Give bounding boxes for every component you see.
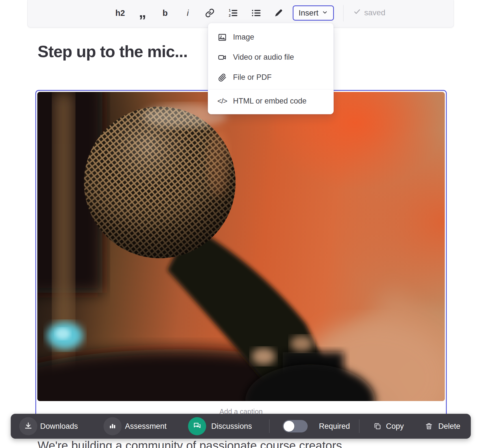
- chat-bubbles-icon: [193, 421, 201, 431]
- video-icon: [217, 53, 227, 62]
- check-icon: [353, 8, 361, 17]
- assessment-button[interactable]: [103, 417, 122, 435]
- insert-menu: Image Video or audio file File or PDF </…: [208, 23, 334, 114]
- chevron-down-icon: [322, 8, 328, 18]
- discussions-label[interactable]: Discussions: [211, 422, 252, 431]
- save-status: saved: [353, 8, 385, 17]
- svg-text:2: 2: [229, 14, 231, 18]
- insert-button[interactable]: Insert: [293, 5, 334, 21]
- save-status-label: saved: [364, 8, 385, 17]
- trash-icon: [425, 422, 433, 431]
- required-label: Required: [319, 422, 350, 431]
- link-icon: [205, 8, 215, 18]
- insert-menu-item-image[interactable]: Image: [208, 27, 333, 47]
- insert-menu-separator: [208, 89, 333, 89]
- bar-chart-icon: [109, 422, 116, 431]
- bar-divider: [269, 419, 269, 433]
- bullet-list-button[interactable]: [250, 6, 263, 20]
- link-button[interactable]: [203, 6, 216, 20]
- highlight-button[interactable]: [272, 6, 285, 20]
- downloads-button[interactable]: [19, 417, 37, 435]
- pencil-icon: [274, 8, 283, 18]
- discussions-button[interactable]: [188, 417, 206, 435]
- lesson-settings-bar: Downloads Assessment Discussions Require…: [11, 414, 471, 439]
- ordered-list-button[interactable]: 1 2: [226, 6, 239, 20]
- svg-text:1: 1: [229, 8, 231, 12]
- lesson-body-text[interactable]: We're building a community of passionate…: [38, 439, 342, 448]
- downloads-label[interactable]: Downloads: [40, 422, 78, 431]
- microphone-photo: [37, 92, 445, 401]
- lesson-title[interactable]: Step up to the mic...: [38, 42, 187, 61]
- delete-button[interactable]: Delete: [438, 422, 460, 431]
- lesson-image[interactable]: [37, 92, 445, 401]
- insert-menu-item-video[interactable]: Video or audio file: [208, 47, 333, 67]
- bold-button[interactable]: b: [159, 6, 172, 20]
- ordered-list-icon: 1 2: [228, 8, 238, 18]
- insert-menu-item-file[interactable]: File or PDF: [208, 67, 333, 87]
- bullet-list-icon: [251, 8, 261, 18]
- insert-menu-item-embed[interactable]: </> HTML or embed code: [208, 91, 333, 111]
- download-icon: [24, 421, 33, 431]
- toggle-knob: [284, 421, 294, 432]
- insert-button-label: Insert: [299, 8, 318, 18]
- insert-menu-item-label: Image: [233, 33, 254, 42]
- toolbar-divider: [343, 5, 344, 21]
- blockquote-button[interactable]: ”: [136, 6, 149, 27]
- assessment-label[interactable]: Assessment: [125, 422, 167, 431]
- code-icon: </>: [217, 97, 227, 105]
- heading2-button[interactable]: h2: [114, 6, 127, 20]
- paperclip-icon: [217, 73, 227, 82]
- insert-menu-item-label: HTML or embed code: [233, 97, 307, 105]
- image-icon: [217, 33, 227, 42]
- bar-divider: [359, 419, 359, 433]
- selected-image-block[interactable]: Add a caption: [35, 90, 447, 427]
- copy-button[interactable]: Copy: [386, 422, 404, 431]
- insert-menu-item-label: Video or audio file: [233, 53, 294, 62]
- insert-menu-item-label: File or PDF: [233, 73, 272, 82]
- copy-icon: [374, 422, 381, 431]
- italic-button[interactable]: i: [181, 6, 194, 20]
- required-toggle[interactable]: [283, 420, 308, 432]
